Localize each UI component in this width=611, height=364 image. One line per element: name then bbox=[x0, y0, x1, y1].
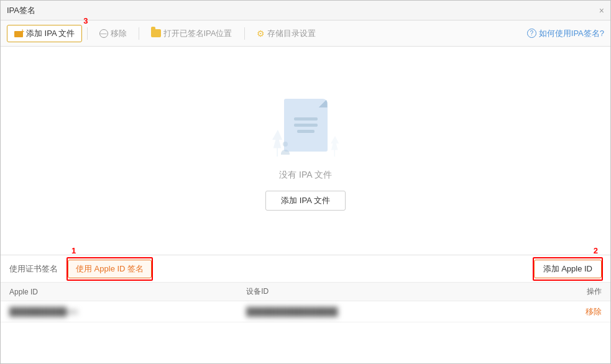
annotation-2: 2 bbox=[594, 246, 598, 255]
empty-text: 没有 IPA 文件 bbox=[279, 170, 332, 181]
separator-1 bbox=[87, 27, 88, 40]
doc-illustration bbox=[269, 91, 343, 160]
main-window: IPA签名 × 添加 IPA 文件 3 — 移除 打开已签名IPA位置 ⚙ 存储… bbox=[0, 0, 611, 364]
action-cell: 移除 bbox=[483, 306, 602, 317]
svg-point-2 bbox=[283, 142, 288, 147]
add-ipa-button[interactable]: 添加 IPA 文件 bbox=[7, 25, 82, 42]
separator-3 bbox=[244, 27, 245, 40]
bottom-panel: 使用证书签名 使用 Apple ID 签名 1 添加 Apple ID 2 Ap… bbox=[1, 255, 610, 363]
apple-id-cell: ██████████om bbox=[9, 307, 246, 316]
device-id-cell: ████████████████ bbox=[246, 307, 483, 316]
col-header-action: 操作 bbox=[483, 286, 602, 297]
remove-button[interactable]: — 移除 bbox=[93, 25, 134, 42]
window-title: IPA签名 bbox=[7, 5, 35, 16]
add-apple-id-button[interactable]: 添加 Apple ID bbox=[534, 260, 602, 278]
device-id-value: ████████████████ bbox=[246, 307, 338, 316]
person-icon bbox=[281, 141, 290, 155]
empty-state: 没有 IPA 文件 添加 IPA 文件 bbox=[265, 91, 346, 211]
svg-marker-1 bbox=[331, 135, 339, 156]
storage-settings-button[interactable]: ⚙ 存储目录设置 bbox=[250, 25, 323, 42]
annotation-3: 3 bbox=[83, 16, 88, 25]
col-header-device-id: 设备ID bbox=[246, 286, 483, 297]
table-header: Apple ID 设备ID 操作 bbox=[1, 283, 610, 301]
annotation-1: 1 bbox=[71, 246, 76, 255]
doc-line-2 bbox=[294, 124, 318, 127]
add-ipa-center-button[interactable]: 添加 IPA 文件 bbox=[265, 191, 346, 211]
main-content-area: 没有 IPA 文件 添加 IPA 文件 bbox=[1, 47, 610, 255]
sign-type-row: 使用证书签名 使用 Apple ID 签名 1 添加 Apple ID 2 bbox=[1, 255, 610, 283]
add-ipa-icon bbox=[14, 29, 24, 39]
doc-line-1 bbox=[294, 117, 318, 121]
remove-icon: — bbox=[99, 29, 108, 38]
document-icon bbox=[284, 99, 328, 152]
close-button[interactable]: × bbox=[599, 6, 604, 15]
title-bar: IPA签名 × bbox=[1, 1, 610, 20]
cert-sign-label: 使用证书签名 bbox=[9, 263, 58, 275]
remove-action-link[interactable]: 移除 bbox=[586, 307, 602, 316]
question-icon: ? bbox=[527, 29, 536, 38]
table-row: ██████████om ████████████████ 移除 bbox=[1, 301, 610, 322]
tree-right-icon bbox=[331, 135, 340, 157]
apple-id-value: ██████████om bbox=[9, 307, 78, 316]
doc-line-3 bbox=[297, 130, 315, 133]
folder-icon bbox=[151, 29, 161, 37]
help-link[interactable]: ? 如何使用IPA签名? bbox=[527, 28, 604, 39]
apple-id-sign-tab[interactable]: 使用 Apple ID 签名 bbox=[68, 260, 152, 278]
col-header-apple-id: Apple ID bbox=[9, 288, 246, 296]
separator-2 bbox=[139, 27, 139, 40]
gear-icon: ⚙ bbox=[257, 29, 265, 39]
toolbar: 添加 IPA 文件 3 — 移除 打开已签名IPA位置 ⚙ 存储目录设置 ? 如… bbox=[1, 20, 610, 47]
open-folder-button[interactable]: 打开已签名IPA位置 bbox=[144, 25, 239, 42]
